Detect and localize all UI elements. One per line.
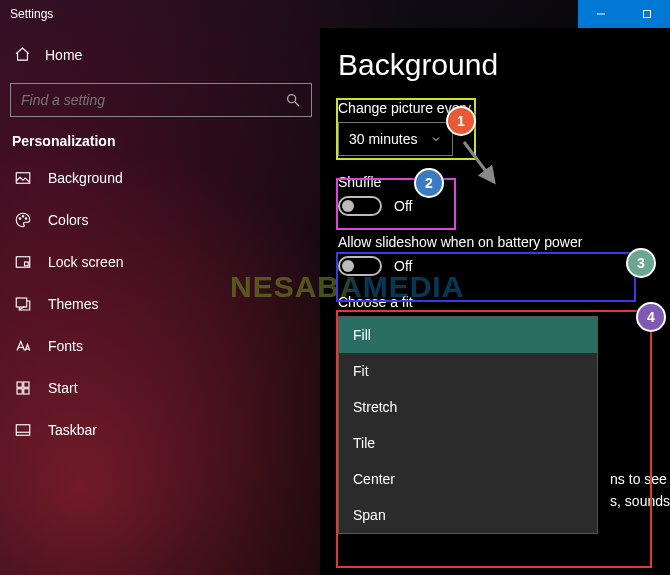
dropdown-value: 30 minutes [349, 131, 417, 147]
home-icon [14, 46, 31, 63]
svg-point-5 [19, 218, 21, 220]
maximize-button[interactable] [624, 0, 670, 28]
svg-rect-11 [17, 382, 22, 387]
svg-rect-4 [16, 173, 30, 184]
fit-option-fit[interactable]: Fit [339, 353, 597, 389]
nav-label: Themes [48, 296, 99, 312]
category-heading: Personalization [12, 133, 320, 149]
nav-label: Fonts [48, 338, 83, 354]
battery-label: Allow slideshow when on battery power [338, 234, 652, 250]
truncated-text: ns to see s, sounds [610, 468, 670, 513]
nav-label: Taskbar [48, 422, 97, 438]
themes-icon [14, 295, 32, 313]
start-icon [14, 379, 32, 397]
search-input[interactable] [21, 92, 285, 108]
nav-label: Lock screen [48, 254, 123, 270]
chevron-down-icon [430, 133, 442, 145]
fit-option-span[interactable]: Span [339, 497, 597, 533]
svg-rect-9 [25, 262, 29, 266]
search-icon [285, 92, 301, 108]
svg-rect-14 [24, 389, 29, 394]
shuffle-group: Shuffle Off [338, 174, 652, 216]
svg-rect-15 [16, 425, 30, 436]
titlebar: Settings [0, 0, 670, 28]
window-title: Settings [10, 7, 53, 21]
svg-point-2 [288, 95, 296, 103]
change-interval-dropdown[interactable]: 30 minutes [338, 122, 453, 156]
fonts-icon [14, 337, 32, 355]
fit-option-center[interactable]: Center [339, 461, 597, 497]
fit-group: Choose a fit Fill Fit Stretch Tile Cente… [338, 294, 652, 534]
lockscreen-icon [14, 253, 32, 271]
nav-label: Start [48, 380, 78, 396]
shuffle-value: Off [394, 198, 412, 214]
svg-rect-12 [24, 382, 29, 387]
home-link[interactable]: Home [10, 38, 320, 71]
fit-option-tile[interactable]: Tile [339, 425, 597, 461]
sidebar-item-taskbar[interactable]: Taskbar [10, 409, 320, 451]
shuffle-label: Shuffle [338, 174, 652, 190]
fit-option-stretch[interactable]: Stretch [339, 389, 597, 425]
shuffle-toggle[interactable] [338, 196, 382, 216]
image-icon [14, 169, 32, 187]
sidebar-item-start[interactable]: Start [10, 367, 320, 409]
svg-rect-13 [17, 389, 22, 394]
svg-point-6 [22, 216, 24, 218]
window-controls [578, 0, 670, 28]
minimize-button[interactable] [578, 0, 624, 28]
sidebar-item-background[interactable]: Background [10, 157, 320, 199]
change-interval-group: Change picture every 30 minutes [338, 100, 652, 156]
svg-rect-1 [644, 11, 651, 18]
fit-option-fill[interactable]: Fill [339, 317, 597, 353]
home-label: Home [45, 47, 82, 63]
svg-rect-10 [16, 298, 27, 307]
taskbar-icon [14, 421, 32, 439]
sidebar-item-colors[interactable]: Colors [10, 199, 320, 241]
nav-list: Background Colors Lock screen Themes Fon… [10, 157, 320, 451]
change-interval-label: Change picture every [338, 100, 652, 116]
nav-label: Background [48, 170, 123, 186]
watermark: NESABAMEDIA [230, 270, 464, 304]
page-title: Background [338, 48, 652, 82]
nav-label: Colors [48, 212, 88, 228]
search-box[interactable] [10, 83, 312, 117]
palette-icon [14, 211, 32, 229]
svg-line-3 [295, 102, 299, 106]
svg-point-7 [25, 218, 27, 220]
fit-dropdown-open[interactable]: Fill Fit Stretch Tile Center Span [338, 316, 598, 534]
sidebar-item-fonts[interactable]: Fonts [10, 325, 320, 367]
